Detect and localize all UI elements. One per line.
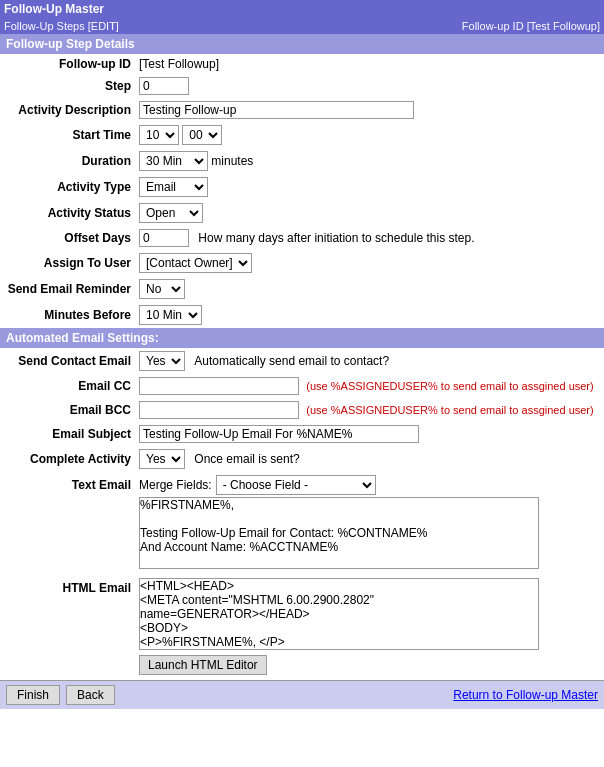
activity-type-row: Activity Type EmailCallMeetingTo-Do bbox=[0, 174, 604, 200]
followup-id-row: Follow-up ID [Test Followup] bbox=[0, 54, 604, 74]
offset-days-input[interactable] bbox=[139, 229, 189, 247]
start-time-label: Start Time bbox=[0, 122, 135, 148]
text-email-row: Text Email Merge Fields: - Choose Field … bbox=[0, 472, 604, 575]
subtitle-bar: Follow-Up Steps [EDIT] Follow-up ID [Tes… bbox=[0, 18, 604, 34]
complete-activity-select[interactable]: YesNo bbox=[139, 449, 185, 469]
email-cc-input[interactable] bbox=[139, 377, 299, 395]
step-row: Step bbox=[0, 74, 604, 98]
send-contact-email-row: Send Contact Email YesNo Automatically s… bbox=[0, 348, 604, 374]
launch-html-editor-button[interactable]: Launch HTML Editor bbox=[139, 655, 267, 675]
duration-row: Duration 30 Min15 Min1 Hour2 Hours minut… bbox=[0, 148, 604, 174]
start-time-row: Start Time 10000102 03040506 0708091112 … bbox=[0, 122, 604, 148]
return-to-master-link[interactable]: Return to Follow-up Master bbox=[453, 688, 598, 702]
duration-suffix: minutes bbox=[211, 154, 253, 168]
duration-label: Duration bbox=[0, 148, 135, 174]
assign-user-select[interactable]: [Contact Owner]Admin bbox=[139, 253, 252, 273]
followup-id-label: Follow-up ID bbox=[0, 54, 135, 74]
text-email-label: Text Email bbox=[0, 472, 135, 575]
email-bcc-label: Email BCC bbox=[0, 398, 135, 422]
merge-field-select[interactable]: - Choose Field - %FIRSTNAME% %LASTNAME% … bbox=[216, 475, 376, 495]
form-table: Follow-up ID [Test Followup] Step Activi… bbox=[0, 54, 604, 328]
email-bcc-hint: (use %ASSIGNEDUSER% to send email to ass… bbox=[306, 404, 593, 416]
step-input[interactable] bbox=[139, 77, 189, 95]
section-header: Follow-up Step Details bbox=[0, 34, 604, 54]
offset-days-hint: How many days after initiation to schedu… bbox=[198, 231, 474, 245]
footer-bar: Finish Back Return to Follow-up Master bbox=[0, 680, 604, 709]
back-button[interactable]: Back bbox=[66, 685, 115, 705]
automated-email-header: Automated Email Settings: bbox=[0, 328, 604, 348]
start-time-hour-select[interactable]: 10000102 03040506 0708091112 bbox=[139, 125, 179, 145]
activity-status-select[interactable]: OpenClosed bbox=[139, 203, 203, 223]
activity-desc-row: Activity Description bbox=[0, 98, 604, 122]
email-cc-row: Email CC (use %ASSIGNEDUSER% to send ema… bbox=[0, 374, 604, 398]
subtitle-right: Follow-up ID [Test Followup] bbox=[462, 20, 600, 32]
step-label: Step bbox=[0, 74, 135, 98]
minutes-before-label: Minutes Before bbox=[0, 302, 135, 328]
activity-status-row: Activity Status OpenClosed bbox=[0, 200, 604, 226]
html-email-row: HTML Email <HTML><HEAD> <META content="M… bbox=[0, 575, 604, 680]
email-cc-label: Email CC bbox=[0, 374, 135, 398]
html-email-label: HTML Email bbox=[0, 575, 135, 680]
automated-email-table: Send Contact Email YesNo Automatically s… bbox=[0, 348, 604, 680]
minutes-before-select[interactable]: 10 Min5 Min15 Min30 Min bbox=[139, 305, 202, 325]
assign-user-label: Assign To User bbox=[0, 250, 135, 276]
start-time-min-select[interactable]: 00153045 bbox=[182, 125, 222, 145]
app-title: Follow-Up Master bbox=[4, 2, 104, 16]
merge-field-row: Merge Fields: - Choose Field - %FIRSTNAM… bbox=[139, 475, 600, 495]
offset-days-row: Offset Days How many days after initiati… bbox=[0, 226, 604, 250]
email-subject-label: Email Subject bbox=[0, 422, 135, 446]
email-cc-hint: (use %ASSIGNEDUSER% to send email to ass… bbox=[306, 380, 593, 392]
html-email-body[interactable]: <HTML><HEAD> <META content="MSHTML 6.00.… bbox=[139, 578, 539, 650]
duration-select[interactable]: 30 Min15 Min1 Hour2 Hours bbox=[139, 151, 208, 171]
merge-fields-label: Merge Fields: bbox=[139, 478, 212, 492]
minutes-before-row: Minutes Before 10 Min5 Min15 Min30 Min bbox=[0, 302, 604, 328]
offset-days-label: Offset Days bbox=[0, 226, 135, 250]
subtitle-left: Follow-Up Steps [EDIT] bbox=[4, 20, 119, 32]
email-reminder-select[interactable]: NoYes bbox=[139, 279, 185, 299]
activity-type-label: Activity Type bbox=[0, 174, 135, 200]
email-reminder-label: Send Email Reminder bbox=[0, 276, 135, 302]
activity-desc-input[interactable] bbox=[139, 101, 414, 119]
finish-button[interactable]: Finish bbox=[6, 685, 60, 705]
complete-activity-row: Complete Activity YesNo Once email is se… bbox=[0, 446, 604, 472]
activity-type-select[interactable]: EmailCallMeetingTo-Do bbox=[139, 177, 208, 197]
complete-activity-hint: Once email is sent? bbox=[194, 452, 299, 466]
activity-desc-label: Activity Description bbox=[0, 98, 135, 122]
email-reminder-row: Send Email Reminder NoYes bbox=[0, 276, 604, 302]
send-contact-email-select[interactable]: YesNo bbox=[139, 351, 185, 371]
activity-status-label: Activity Status bbox=[0, 200, 135, 226]
followup-id-value: [Test Followup] bbox=[135, 54, 604, 74]
complete-activity-label: Complete Activity bbox=[0, 446, 135, 472]
send-contact-email-hint: Automatically send email to contact? bbox=[194, 354, 389, 368]
email-bcc-input[interactable] bbox=[139, 401, 299, 419]
send-contact-email-label: Send Contact Email bbox=[0, 348, 135, 374]
assign-user-row: Assign To User [Contact Owner]Admin bbox=[0, 250, 604, 276]
email-bcc-row: Email BCC (use %ASSIGNEDUSER% to send em… bbox=[0, 398, 604, 422]
email-subject-input[interactable] bbox=[139, 425, 419, 443]
text-email-body[interactable]: %FIRSTNAME%, Testing Follow-Up Email for… bbox=[139, 497, 539, 569]
title-bar: Follow-Up Master bbox=[0, 0, 604, 18]
email-subject-row: Email Subject bbox=[0, 422, 604, 446]
